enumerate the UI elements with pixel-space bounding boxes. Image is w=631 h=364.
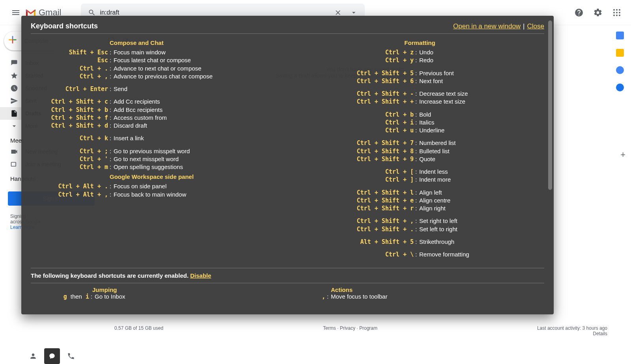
svg-rect-9 bbox=[11, 162, 16, 166]
shortcut-row: Ctrl + Shift + f:Access custom from bbox=[31, 114, 280, 122]
calendar-icon[interactable] bbox=[616, 32, 624, 39]
shortcut-row: Ctrl + [:Indent less bbox=[295, 168, 544, 176]
shortcut-row: Ctrl + Shift + r:Align right bbox=[295, 204, 544, 212]
shortcuts-column-left: Compose and Chat Shift + Esc:Focus main … bbox=[31, 37, 280, 265]
section-compose-chat: Compose and Chat bbox=[31, 39, 280, 46]
shortcut-row: Ctrl + ]:Indent more bbox=[295, 176, 544, 184]
shortcut-row: Ctrl + i:Italics bbox=[295, 119, 544, 126]
shortcut-row: Ctrl + Shift + 8:Bulleted list bbox=[295, 147, 544, 155]
shortcut-row: Ctrl + Shift + d:Discard draft bbox=[31, 122, 280, 130]
side-panel bbox=[609, 25, 631, 91]
shortcut-row: Ctrl + Shift + .:Set left to right bbox=[295, 225, 544, 233]
apps-icon[interactable] bbox=[609, 5, 625, 20]
shortcut-row: Ctrl + Shift + ,:Set right to left bbox=[295, 217, 544, 225]
svg-point-1 bbox=[616, 9, 618, 11]
svg-point-2 bbox=[619, 9, 620, 11]
shortcut-row: Ctrl + Shift + b:Add Bcc recipients bbox=[31, 106, 280, 114]
svg-point-0 bbox=[613, 9, 615, 11]
shortcut-row: , : Move focus to toolbar bbox=[295, 293, 544, 300]
svg-point-6 bbox=[613, 15, 615, 16]
section-jumping: Jumping bbox=[31, 286, 280, 293]
svg-point-4 bbox=[616, 12, 618, 13]
shortcut-row: Ctrl + Shift + 6:Next font bbox=[295, 77, 544, 85]
activity-text: Last account activity: 3 hours ago bbox=[537, 325, 607, 331]
shortcut-row: Ctrl + b:Bold bbox=[295, 111, 544, 119]
shortcut-row: Esc:Focus latest chat or compose bbox=[31, 56, 280, 64]
open-new-window-link[interactable]: Open in a new window bbox=[453, 22, 521, 30]
footer-links[interactable]: Terms · Privacy · Program bbox=[323, 325, 377, 336]
shortcut-row: Ctrl + ':Go to next misspelt word bbox=[31, 155, 280, 163]
shortcut-row: Ctrl + ,:Advance to previous chat or com… bbox=[31, 72, 280, 80]
shortcut-row: Ctrl + y:Redo bbox=[295, 56, 544, 64]
shortcut-row: Ctrl + Shift + -:Decrease text size bbox=[295, 90, 544, 98]
support-icon[interactable] bbox=[571, 5, 587, 20]
shortcut-row: Ctrl + Shift + l:Align left bbox=[295, 189, 544, 197]
shortcut-row: Ctrl + Alt + ,:Focus back to main window bbox=[31, 191, 280, 199]
shortcut-row: Ctrl + u:Underline bbox=[295, 126, 544, 134]
settings-icon[interactable] bbox=[590, 5, 606, 20]
shortcut-row: Ctrl + Shift + +:Increase text size bbox=[295, 98, 544, 106]
footer: 0.57 GB of 15 GB used Terms · Privacy · … bbox=[114, 325, 607, 336]
tasks-icon[interactable] bbox=[616, 66, 624, 74]
keep-icon[interactable] bbox=[616, 49, 624, 57]
hangouts-icon[interactable] bbox=[44, 348, 60, 364]
close-modal-link[interactable]: Close bbox=[527, 22, 544, 30]
shortcuts-enabled-note: The following keyboard shortcuts are cur… bbox=[31, 268, 544, 283]
phone-icon[interactable] bbox=[63, 348, 79, 364]
section-formatting: Formatting bbox=[295, 39, 544, 46]
shortcut-row: Ctrl + .:Advance to next chat or compose bbox=[31, 65, 280, 72]
shortcut-row: Ctrl + Shift + c:Add Cc recipients bbox=[31, 98, 280, 106]
compose-plus-icon bbox=[7, 34, 18, 48]
modal-scrollbar[interactable] bbox=[548, 20, 552, 190]
modal-title: Keyboard shortcuts bbox=[31, 22, 98, 30]
shortcut-row: Ctrl + Shift + 9:Quote bbox=[295, 155, 544, 163]
section-side-panel: Google Workspace side panel bbox=[31, 173, 280, 180]
shortcut-row: Shift + Esc:Focus main window bbox=[31, 48, 280, 56]
shortcut-row: Ctrl + ;:Go to previous misspelt word bbox=[31, 147, 280, 155]
storage-text: 0.57 GB of 15 GB used bbox=[114, 325, 163, 336]
shortcut-row: Ctrl + m:Open spelling suggestions bbox=[31, 163, 280, 171]
shortcut-row: Ctrl + Shift + e:Align centre bbox=[295, 197, 544, 204]
person-icon[interactable] bbox=[25, 348, 41, 364]
shortcut-row: Ctrl + Shift + 5:Previous font bbox=[295, 69, 544, 77]
shortcuts-column-right: Formatting Ctrl + z:UndoCtrl + y:Redo Ct… bbox=[295, 37, 544, 265]
shortcut-row: Ctrl + Shift + 7:Numbered list bbox=[295, 139, 544, 147]
details-link[interactable]: Details bbox=[593, 331, 607, 336]
shortcut-row: Ctrl + \:Remove formatting bbox=[295, 251, 544, 258]
shortcut-row: Ctrl + z:Undo bbox=[295, 48, 544, 56]
shortcut-row: Ctrl + Enter:Send bbox=[31, 85, 280, 93]
svg-point-3 bbox=[613, 12, 615, 13]
shortcut-row: Ctrl + Alt + .:Focus on side panel bbox=[31, 182, 280, 190]
shortcut-row: Ctrl + k:Insert a link bbox=[31, 134, 280, 142]
svg-point-5 bbox=[619, 12, 620, 13]
shortcut-row: Alt + Shift + 5:Strikethrough bbox=[295, 238, 544, 246]
search-input[interactable] bbox=[100, 9, 330, 16]
disable-shortcuts-link[interactable]: Disable bbox=[190, 272, 211, 279]
contacts-icon[interactable] bbox=[616, 84, 624, 91]
keyboard-shortcuts-modal: Keyboard shortcuts Open in a new window … bbox=[21, 16, 554, 314]
add-addon-icon[interactable]: + bbox=[620, 150, 625, 160]
shortcut-row: g then i : Go to Inbox bbox=[31, 293, 280, 300]
svg-point-7 bbox=[616, 15, 618, 16]
section-actions: Actions bbox=[295, 286, 544, 293]
svg-point-8 bbox=[619, 15, 620, 16]
bottom-chat-bar bbox=[25, 348, 79, 364]
